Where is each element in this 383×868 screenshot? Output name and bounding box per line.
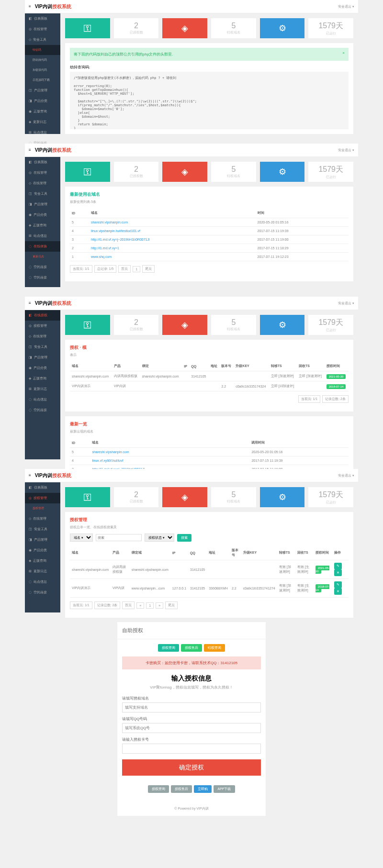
nav-online-exp[interactable]: ◌ 在线体验 — [25, 241, 60, 252]
stat-privileged: 5特权域名 — [211, 162, 256, 182]
nav-product[interactable]: ◨ 产品管理 — [25, 199, 60, 210]
nav-category[interactable]: ◉ 产品分类 — [25, 545, 60, 556]
nav-auth-sub[interactable]: 授权管理 — [25, 503, 60, 513]
stat-key-icon: ⚿ — [65, 162, 110, 182]
nav-auth-mgmt[interactable]: ◎ 授权管理 — [25, 321, 60, 331]
pagination: 当前页: 1/1 记录总数: 2条 — [70, 391, 349, 407]
menu-icon[interactable]: ≡ — [29, 473, 31, 478]
nav-security[interactable]: ◫ 安全工具 — [25, 342, 60, 352]
nav-online2[interactable]: ◇ 在线管理 — [25, 178, 60, 189]
nav-category[interactable]: ◉ 产品分类 — [25, 363, 60, 373]
filter-select[interactable]: 授权状态 ▾ — [145, 534, 174, 542]
nav-product[interactable]: ◨ 产品管理 — [25, 352, 60, 363]
search-field-select[interactable]: 域名 ▾ — [70, 534, 93, 542]
nav-online[interactable]: ◎ 在线管理 — [25, 24, 60, 34]
nav-security[interactable]: ◫ 安全工具 — [25, 189, 60, 199]
nav-dashboard[interactable]: ◧ 仪表面板 — [25, 482, 60, 493]
domain-link[interactable]: http://l1.md.vf.xy=j~2019bH1b0R0071Jl — [91, 238, 150, 241]
foot-buy[interactable]: 立即购 — [194, 785, 212, 793]
page-first[interactable]: 首页 — [122, 601, 135, 609]
nav-site[interactable]: ⊞ 站点信息 — [25, 231, 60, 241]
nav-product[interactable]: ◨ 产品管理 — [25, 534, 60, 545]
nav-online[interactable]: ◇ 在线管理 — [25, 331, 60, 342]
page-1[interactable]: 1 — [133, 266, 140, 272]
nav-site[interactable]: ⊞ 站点信息 — [25, 127, 60, 138]
foot-app[interactable]: APP下载 — [214, 785, 235, 793]
th-qq: QQ — [189, 361, 208, 371]
logo: VIP内训授权系统 — [35, 147, 71, 154]
nav-online[interactable]: ◇ 在线管理 — [25, 513, 60, 524]
nav-security[interactable]: ◫ 安全工具 — [25, 524, 60, 534]
nav-verify[interactable]: ◉ 正版查询 — [25, 106, 60, 117]
foot-query[interactable]: 授权查询 — [148, 785, 169, 793]
stat-uptime: 1579天已运行 — [308, 487, 353, 507]
nav-verify[interactable]: ◈ 正版查询 — [25, 220, 60, 231]
nav-feature-code[interactable]: 特征码 — [25, 45, 60, 55]
logout-link[interactable]: 安全退出 ▾ — [338, 148, 354, 153]
input-domain[interactable] — [122, 702, 261, 712]
domain-link[interactable]: shareshi.vipshanpin.com — [91, 221, 128, 224]
page-last[interactable]: 尾页 — [142, 265, 155, 273]
edit-button[interactable]: ✎ — [334, 563, 342, 569]
domain-link[interactable]: http://l1.md.vf.xy=1 — [91, 246, 119, 250]
logout-link[interactable]: 安全退出 ▾ — [338, 4, 354, 9]
th-qq: QQ — [188, 545, 207, 560]
domain-link[interactable]: www.shq.com — [91, 255, 112, 258]
nav-dashboard[interactable]: ◧ 仪表面板 — [25, 13, 60, 24]
domain-link[interactable]: shareshi.vipshanpin.com — [92, 450, 129, 454]
nav-security[interactable]: ◇ 安全工具 — [25, 34, 60, 45]
btn-priv-query[interactable]: 特权查询 — [204, 644, 225, 652]
nav-download[interactable]: 示范源码下载 — [25, 75, 60, 85]
nav-product[interactable]: ◫ 产品管理 — [25, 85, 60, 96]
input-qq[interactable] — [122, 723, 261, 733]
nav-empty[interactable]: ◌ 空的连接 — [25, 405, 60, 415]
nav-verify[interactable]: ◈ 正版查询 — [25, 556, 60, 566]
btn-query[interactable]: 授权查询 — [158, 644, 179, 652]
page-first[interactable]: 首页 — [118, 265, 131, 273]
table-row: 4linux.vf.xy86f.hut/lovf2017-07-15 11:19… — [70, 456, 349, 465]
menu-icon[interactable]: ≡ — [29, 4, 31, 9]
th-key: 升级KEY — [234, 361, 269, 371]
page-last[interactable]: 尾页 — [165, 601, 178, 609]
nav-category[interactable]: ◨ 产品分类 — [25, 96, 60, 106]
page-1[interactable]: 1 — [146, 602, 154, 609]
nav-changelog[interactable]: ⊞ 更新日志 — [25, 566, 60, 577]
nav-auth-mgmt[interactable]: ◎ 授权管理 — [25, 493, 60, 503]
logout-link[interactable]: 安全退出 ▾ — [338, 473, 354, 478]
submit-button[interactable]: 确定授权 — [122, 759, 261, 776]
delete-button[interactable]: ✕ — [334, 588, 342, 595]
menu-icon[interactable]: ≡ — [29, 301, 31, 305]
delete-button[interactable]: ✕ — [334, 569, 342, 576]
nav-auth-online[interactable]: ◧ 在线授权 — [25, 310, 60, 321]
foot-aftersale[interactable]: 授权售后 — [171, 785, 192, 793]
nav-category[interactable]: ◉ 产品分类 — [25, 210, 60, 220]
menu-icon[interactable]: ≡ — [29, 148, 31, 152]
search-button[interactable]: 搜索 — [177, 534, 192, 542]
domain-link[interactable]: linux.vf.xy86f.hut/lovf — [92, 459, 123, 462]
input-key[interactable] — [122, 744, 261, 754]
nav-changelog[interactable]: ◈ 更新日志 — [25, 117, 60, 127]
nav-encrypt[interactable]: 加密源代码 — [25, 65, 60, 75]
nav-site[interactable]: ◌ 站点信息 — [25, 394, 60, 405]
page-pp[interactable]: « — [136, 602, 144, 609]
edit-button[interactable]: ✎ — [334, 581, 342, 588]
search-input[interactable] — [96, 534, 142, 541]
nav-empty[interactable]: ◌ 空的连接 — [25, 262, 60, 272]
nav-sub-active[interactable]: 更新日志 — [25, 252, 60, 262]
nav-site[interactable]: ◌ 站点信息 — [25, 577, 60, 587]
nav-changelog[interactable]: ⊞ 更新日志 — [25, 384, 60, 394]
page-nn[interactable]: » — [156, 602, 163, 609]
close-icon[interactable]: × — [342, 51, 345, 55]
logout-link[interactable]: 安全退出 ▾ — [338, 301, 354, 306]
nav-verify[interactable]: ◈ 正版查询 — [25, 373, 60, 384]
nav-empty2[interactable]: ◌ 空的连接 — [25, 272, 60, 283]
auth-modal: 自助授权 授权查询 授权售后 特权查询 卡密购买：如您使用卡密，请联系技术QQ：… — [117, 622, 266, 816]
btn-aftersale[interactable]: 授权售后 — [181, 644, 202, 652]
nav-online[interactable]: ◎ 在线管理 — [25, 167, 60, 178]
nav-antihijack[interactable]: 防劫持代码 — [25, 55, 60, 65]
domain-table: ID 域名 时间 5shareshi.vipshanpin.com2020-05… — [70, 208, 349, 261]
logo: VIP内训授权系统 — [35, 3, 71, 10]
nav-empty[interactable]: ◌ 空的连接 — [25, 587, 60, 598]
nav-dashboard[interactable]: ◧ 仪表面板 — [25, 157, 60, 167]
domain-link[interactable]: linux.vipshanpin.hut/testlod101.vf — [91, 229, 140, 233]
